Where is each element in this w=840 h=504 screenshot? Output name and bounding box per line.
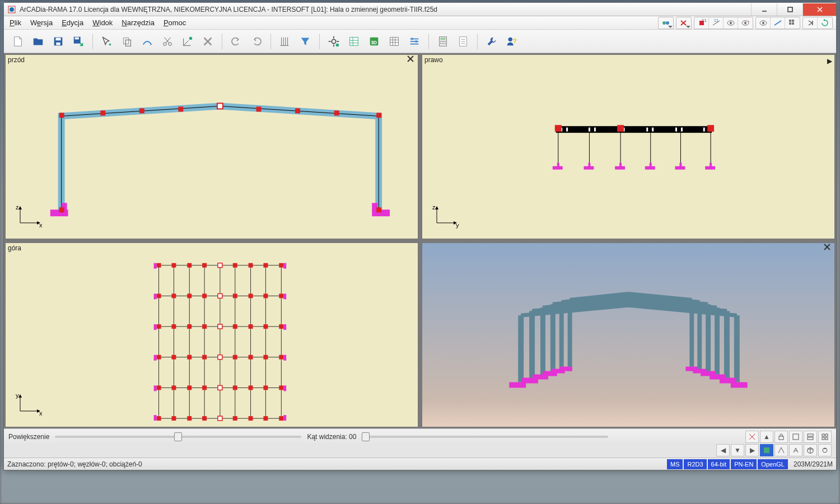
collapse-right-button[interactable]	[803, 17, 818, 29]
menu-file[interactable]: Plik	[10, 18, 21, 27]
menu-help[interactable]: Pomoc	[164, 18, 186, 27]
vb-down[interactable]: ▼	[731, 444, 744, 456]
cut-button[interactable]	[159, 33, 176, 50]
svg-text:?: ?	[513, 37, 517, 44]
menu-tools[interactable]: Narzędzia	[122, 18, 155, 27]
menu-edit[interactable]: Edycja	[62, 18, 83, 27]
vb-lock[interactable]	[774, 431, 788, 443]
dimension-button[interactable]: 11	[709, 17, 724, 29]
user-help-button[interactable]: ?	[503, 33, 520, 50]
eye3-button[interactable]	[756, 17, 771, 29]
svg-rect-162	[171, 293, 176, 298]
svg-rect-183	[263, 355, 268, 360]
svg-rect-216	[283, 355, 286, 361]
filter-button[interactable]	[297, 33, 314, 50]
open-file-button[interactable]	[30, 33, 46, 50]
viewport-right[interactable]: prawo ▶	[422, 54, 835, 239]
viewport-front[interactable]: przód	[5, 54, 418, 239]
vb-single[interactable]	[789, 431, 802, 443]
viewport-top[interactable]: góra	[5, 242, 418, 427]
save-as-button[interactable]	[70, 33, 87, 50]
badge-64bit[interactable]: 64-bit	[708, 459, 730, 469]
view-mode-group	[658, 17, 674, 29]
wrench-button[interactable]	[483, 33, 500, 50]
svg-rect-215	[283, 324, 286, 330]
table2-button[interactable]	[386, 33, 403, 50]
badge-ms[interactable]: MS	[667, 459, 683, 469]
maximize-button[interactable]	[777, 3, 802, 16]
vb-cross[interactable]	[745, 431, 759, 443]
vb-2h[interactable]	[804, 431, 817, 443]
app-icon	[7, 5, 16, 14]
svg-rect-181	[233, 355, 237, 360]
svg-rect-154	[171, 263, 176, 268]
redo-button[interactable]	[248, 33, 265, 50]
menubar: Plik Wersja Edycja Widok Narzędzia Pomoc…	[4, 16, 836, 30]
vb-left[interactable]: ◀	[716, 444, 730, 456]
display-mode-button[interactable]	[659, 17, 673, 29]
badge-pn-en[interactable]: PN-EN	[731, 459, 757, 469]
calculator-button[interactable]	[435, 33, 451, 50]
vb-persp[interactable]	[789, 444, 802, 456]
vb-iso[interactable]	[804, 444, 817, 456]
eye1-button[interactable]	[724, 17, 738, 29]
settings-button[interactable]	[325, 33, 342, 50]
table1-button[interactable]	[346, 33, 362, 50]
select-button[interactable]	[99, 33, 115, 50]
vb-up[interactable]: ▲	[760, 431, 773, 443]
svg-rect-91	[376, 207, 381, 212]
fov-slider[interactable]	[362, 436, 608, 438]
view3d-button[interactable]: 3D	[366, 33, 382, 50]
report-button[interactable]	[455, 33, 472, 50]
viewport-3d[interactable]	[422, 242, 835, 427]
svg-rect-95	[256, 106, 262, 111]
add-node-button[interactable]	[179, 33, 196, 50]
svg-text:z: z	[432, 204, 436, 211]
svg-rect-209	[154, 324, 157, 330]
svg-line-39	[184, 40, 189, 45]
save-button[interactable]	[50, 33, 67, 50]
eye2-button[interactable]	[738, 17, 753, 29]
axis-delete-button[interactable]	[676, 17, 691, 29]
axis-gizmo-zx: z x	[16, 205, 44, 228]
vb-shade[interactable]	[760, 444, 773, 456]
minimize-button[interactable]	[751, 3, 777, 16]
zoom-slider[interactable]	[55, 436, 301, 438]
badge-r2d3[interactable]: R2D3	[684, 459, 706, 469]
menu-view[interactable]: Widok	[92, 18, 113, 27]
undo-button[interactable]	[228, 33, 245, 50]
svg-rect-194	[171, 416, 176, 421]
vb-reset[interactable]	[818, 444, 832, 456]
menu-version[interactable]: Wersja	[30, 18, 53, 27]
svg-rect-165	[233, 293, 237, 298]
badge-opengl[interactable]: OpenGL	[758, 459, 788, 469]
grid-toggle-button[interactable]	[785, 17, 800, 29]
svg-rect-98	[217, 103, 223, 109]
axis-gizmo-zy: z y	[432, 205, 460, 228]
vb-wire[interactable]	[774, 444, 788, 456]
delete-button[interactable]	[199, 33, 216, 50]
member-button[interactable]	[771, 17, 785, 29]
node-button[interactable]: 11	[694, 17, 709, 29]
copy-button[interactable]	[119, 33, 136, 50]
move-button[interactable]	[139, 33, 156, 50]
svg-rect-158	[249, 263, 253, 268]
svg-rect-169	[157, 324, 161, 329]
adjust-button[interactable]	[406, 33, 423, 50]
new-file-button[interactable]	[10, 33, 26, 50]
close-button[interactable]	[802, 3, 836, 16]
svg-rect-253	[822, 434, 824, 436]
svg-text:11: 11	[714, 19, 718, 22]
svg-rect-132	[588, 163, 590, 167]
vb-right[interactable]: ▶	[745, 444, 759, 456]
refresh-button[interactable]	[818, 17, 832, 29]
svg-rect-77	[445, 43, 446, 44]
svg-rect-72	[440, 41, 441, 42]
vb-4[interactable]	[818, 431, 832, 443]
svg-point-48	[332, 39, 335, 43]
svg-point-13	[730, 22, 732, 24]
svg-rect-206	[218, 416, 222, 421]
svg-rect-131	[557, 163, 559, 167]
svg-rect-226	[550, 304, 556, 374]
grid-button[interactable]	[277, 33, 293, 50]
